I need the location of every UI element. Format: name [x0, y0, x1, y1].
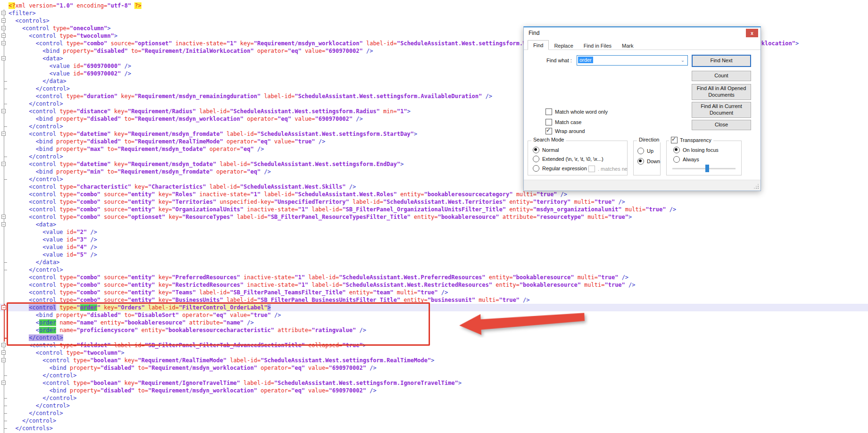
resize-grip-icon[interactable]	[754, 184, 759, 189]
code-line-text[interactable]: <value id="4" />	[8, 243, 868, 251]
find-next-button[interactable]: Find Next	[692, 55, 751, 67]
fold-toggle-icon[interactable]	[0, 9, 8, 17]
code-line-text[interactable]: <controls>	[8, 17, 868, 25]
fold-gutter	[0, 394, 8, 402]
find-what-value: order	[578, 57, 593, 63]
code-line-text[interactable]: <control type="combo" source="entity" ke…	[8, 281, 868, 289]
fold-toggle-icon[interactable]	[0, 108, 8, 115]
code-line-text[interactable]: <control type="boolean" key="Requirement…	[8, 379, 868, 387]
fold-toggle-icon[interactable]	[0, 17, 8, 25]
fold-gutter	[0, 425, 8, 432]
fold-toggle-icon[interactable]	[0, 221, 8, 228]
annotation-box	[7, 302, 430, 346]
code-line: <control type="combo" source="entity" ke…	[0, 191, 868, 198]
direction-down-radio[interactable]: Down	[637, 158, 660, 165]
fold-gutter	[0, 417, 8, 425]
fold-toggle-icon[interactable]	[0, 32, 8, 40]
tab-replace[interactable]: Replace	[549, 41, 578, 50]
code-line-text[interactable]: </control>	[8, 417, 868, 425]
code-line-text[interactable]: </control>	[8, 409, 868, 417]
code-line-text[interactable]: </control>	[8, 372, 868, 379]
fold-toggle-icon[interactable]	[0, 160, 8, 168]
fold-toggle-icon[interactable]	[0, 379, 8, 387]
code-line-text[interactable]: <control type="combo" source="entity" ke…	[8, 198, 868, 206]
code-line-text[interactable]: <value id="3" />	[8, 236, 868, 243]
code-line-text[interactable]: </control>	[8, 402, 868, 409]
code-line-text[interactable]: <value id="5" />	[8, 251, 868, 258]
fold-gutter	[0, 364, 8, 372]
code-line-text[interactable]: <control type="twocolumn">	[8, 349, 868, 357]
direction-up-radio[interactable]: Up	[637, 148, 653, 154]
find-all-current-button[interactable]: Find All in Current Document	[692, 102, 751, 118]
radio-icon[interactable]	[673, 147, 680, 153]
radio-icon[interactable]	[637, 148, 644, 154]
search-mode-extended-radio[interactable]: Extended (\n, \r, \t, \0, \x...)	[533, 156, 603, 162]
code-line: <control type="combo" source="entity" ke…	[0, 198, 868, 206]
code-line: <control type="combo" source="optionset"…	[0, 213, 868, 221]
transparency-on-losing-focus-radio[interactable]: On losing focus	[673, 147, 719, 153]
radio-icon[interactable]	[637, 158, 644, 165]
match-whole-word-checkbox[interactable]: Match whole word only	[546, 108, 608, 115]
code-line: <control type="twocolumn">	[0, 349, 868, 357]
checkbox-icon[interactable]	[546, 128, 552, 134]
fold-toggle-icon[interactable]	[0, 40, 8, 47]
match-case-checkbox[interactable]: Match case	[546, 119, 581, 125]
checkbox-icon[interactable]	[546, 119, 552, 125]
code-line-text[interactable]: <control type="combo" source="entity" ke…	[8, 274, 868, 281]
find-all-opened-button[interactable]: Find All in All Opened Documents	[692, 84, 751, 100]
code-line: </control>	[0, 417, 868, 425]
checkbox-icon[interactable]	[671, 137, 678, 143]
code-line-text[interactable]: <data>	[8, 221, 868, 228]
search-mode-normal-radio[interactable]: Normal	[533, 147, 559, 153]
fold-toggle-icon[interactable]	[0, 213, 8, 221]
tab-find-in-files[interactable]: Find in Files	[579, 41, 617, 50]
code-line: <control type="combo" source="entity" ke…	[0, 206, 868, 213]
code-line-text[interactable]: <bind property="disabled" to="Requiremen…	[8, 387, 868, 394]
close-icon[interactable]: x	[746, 29, 758, 37]
code-line: <?xml version="1.0" encoding="utf-8" ?>	[0, 2, 868, 9]
code-line: <bind property="disabled" to="Requiremen…	[0, 364, 868, 372]
code-line: <data>	[0, 221, 868, 228]
code-line-text[interactable]: <control type="combo" source="entity" ke…	[8, 191, 868, 198]
code-line-text[interactable]: </control>	[8, 394, 868, 402]
code-line: </control>	[0, 372, 868, 379]
fold-toggle-icon[interactable]	[0, 25, 8, 32]
code-line-text[interactable]: </control>	[8, 266, 868, 274]
wrap-around-checkbox[interactable]: Wrap around	[546, 128, 585, 134]
transparency-slider[interactable]	[672, 168, 736, 169]
code-line-text[interactable]: </controls>	[8, 425, 868, 432]
fold-gutter	[0, 2, 8, 9]
tab-find[interactable]: Find	[528, 40, 549, 50]
code-line-text[interactable]: <?xml version="1.0" encoding="utf-8" ?>	[8, 2, 868, 9]
radio-icon[interactable]	[673, 156, 680, 163]
slider-thumb[interactable]	[705, 165, 709, 172]
radio-icon[interactable]	[533, 156, 539, 162]
code-line-text[interactable]: <bind property="disabled" to="Requiremen…	[8, 364, 868, 372]
code-line-text[interactable]: <control type="boolean" key="Requirement…	[8, 357, 868, 364]
code-line-text[interactable]: <control type="combo" source="optionset"…	[8, 213, 868, 221]
radio-icon[interactable]	[533, 165, 539, 172]
find-what-input[interactable]: order ⌄	[577, 55, 688, 66]
transparency-always-radio[interactable]: Always	[673, 156, 699, 163]
code-line-text[interactable]: </data>	[8, 258, 868, 266]
code-line-text[interactable]: <value id="2" />	[8, 228, 868, 236]
find-dialog-title: Find	[529, 30, 539, 36]
search-mode-regex-radio[interactable]: Regular expression	[533, 165, 587, 172]
fold-toggle-icon[interactable]	[0, 349, 8, 357]
fold-gutter	[0, 168, 8, 175]
code-line-text[interactable]: <filter>	[8, 9, 868, 17]
transparency-group-title[interactable]: Transparency	[669, 137, 713, 143]
code-line-text[interactable]: <control type="combo" source="entity" ke…	[8, 289, 868, 296]
count-button[interactable]: Count	[692, 71, 751, 81]
tab-mark[interactable]: Mark	[617, 41, 638, 50]
find-dialog-titlebar[interactable]: Find x	[524, 27, 761, 39]
code-line-text[interactable]: <control type="combo" source="entity" ke…	[8, 206, 868, 213]
fold-gutter	[0, 206, 8, 213]
fold-toggle-icon[interactable]	[0, 357, 8, 364]
fold-toggle-icon[interactable]	[0, 55, 8, 62]
fold-toggle-icon[interactable]	[0, 130, 8, 138]
checkbox-icon[interactable]	[546, 108, 552, 115]
close-button[interactable]: Close	[692, 120, 751, 130]
radio-icon[interactable]	[533, 147, 539, 153]
chevron-down-icon[interactable]: ⌄	[679, 57, 686, 64]
